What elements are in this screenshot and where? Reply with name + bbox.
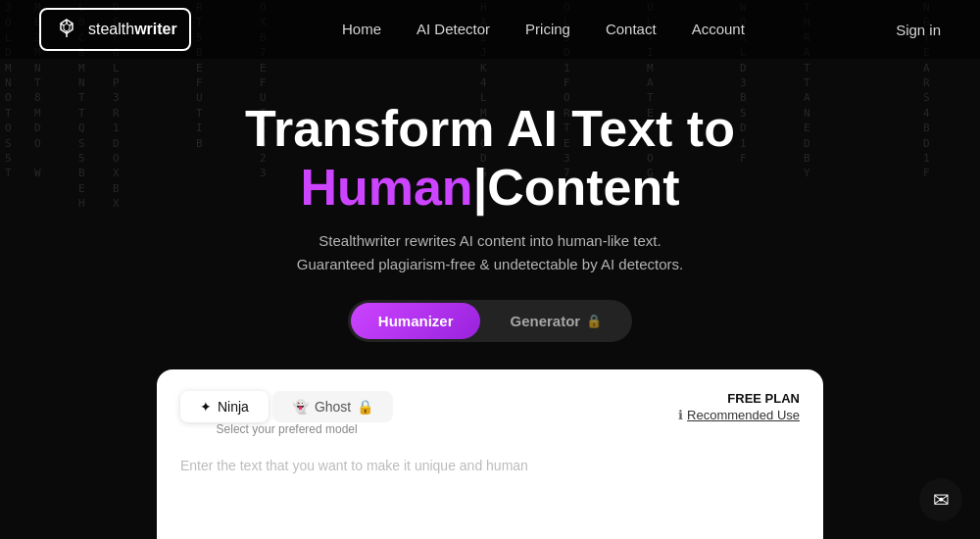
humanizer-toggle-button[interactable]: Humanizer <box>351 303 481 339</box>
logo-icon <box>53 16 80 43</box>
nav-item-ai-detector[interactable]: AI Detector <box>416 21 490 37</box>
logo[interactable]: stealthwriter <box>39 8 191 51</box>
hero-title: Transform AI Text to Human|Content <box>0 100 980 218</box>
nav-item-pricing[interactable]: Pricing <box>525 21 570 37</box>
free-plan-label: FREE PLAN <box>678 391 800 406</box>
card-header: ✦ Ninja 👻 Ghost 🔒 Select your prefered m… <box>180 391 800 446</box>
generator-toggle-button[interactable]: Generator 🔒 <box>482 303 629 339</box>
plan-info: FREE PLAN ℹ Recommended Use <box>678 391 800 422</box>
nav-item-home[interactable]: Home <box>342 21 381 37</box>
ghost-tab-icon: 👻 <box>292 399 309 415</box>
recommended-row: ℹ Recommended Use <box>678 408 800 422</box>
hero-title-content: Content <box>487 159 679 216</box>
nav-item-account[interactable]: Account <box>692 21 745 37</box>
model-tabs: ✦ Ninja 👻 Ghost 🔒 <box>180 391 393 422</box>
ghost-lock-icon: 🔒 <box>357 399 373 415</box>
hero-title-separator: | <box>473 159 488 216</box>
chat-button[interactable]: ✉ <box>919 478 962 521</box>
generator-lock-icon: 🔒 <box>586 314 602 328</box>
nav-item-contact[interactable]: Contact <box>606 21 657 37</box>
hero-title-human: Human <box>300 159 472 216</box>
ninja-tab-icon: ✦ <box>200 399 212 415</box>
hero-section: Transform AI Text to Human|Content Steal… <box>0 59 980 539</box>
info-icon: ℹ <box>678 408 683 422</box>
text-input[interactable] <box>180 458 800 539</box>
recommended-use-link[interactable]: Recommended Use <box>687 408 800 422</box>
mode-toggle-group: Humanizer Generator 🔒 <box>348 300 632 342</box>
ghost-tab[interactable]: 👻 Ghost 🔒 <box>272 391 393 422</box>
model-select-hint: Select your prefered model <box>180 422 393 436</box>
nav-menu: Home AI Detector Pricing Contact Account <box>342 21 745 38</box>
hero-subtitle: Stealthwriter rewrites AI content into h… <box>0 229 980 276</box>
logo-text: stealthwriter <box>88 21 177 38</box>
navbar: stealthwriter Home AI Detector Pricing C… <box>0 0 980 59</box>
signin-button[interactable]: Sign in <box>896 22 941 38</box>
chat-icon: ✉ <box>933 488 950 512</box>
ninja-tab[interactable]: ✦ Ninja <box>180 391 269 422</box>
main-card: ✦ Ninja 👻 Ghost 🔒 Select your prefered m… <box>157 369 823 539</box>
